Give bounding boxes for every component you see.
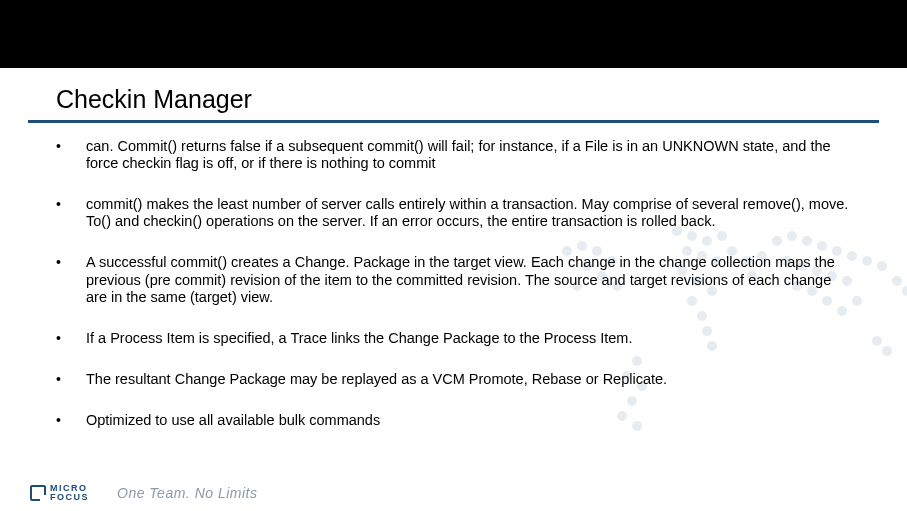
tagline: One Team. No Limits [117,485,257,501]
svg-point-30 [877,261,887,271]
logo: MICRO FOCUS [30,484,89,502]
title-rule [28,120,879,123]
logo-text-block: MICRO FOCUS [50,484,89,502]
bullet-text: A successful commit() creates a Change. … [86,254,835,304]
svg-point-53 [902,286,907,296]
logo-line-2: FOCUS [50,493,89,502]
list-item: commit() makes the least number of serve… [56,196,856,230]
top-band [0,0,907,68]
list-item: A successful commit() creates a Change. … [56,254,856,305]
bullet-list: can. Commit() returns false if a subsequ… [56,138,856,453]
list-item: can. Commit() returns false if a subsequ… [56,138,856,172]
svg-point-41 [872,336,882,346]
bullet-text: can. Commit() returns false if a subsequ… [86,138,831,171]
page-title: Checkin Manager [56,85,252,114]
bullet-text: Optimized to use all available bulk comm… [86,412,380,428]
bullet-text: If a Process Item is specified, a Trace … [86,330,632,346]
svg-point-29 [862,256,872,266]
svg-point-42 [882,346,892,356]
bullet-text: commit() makes the least number of serve… [86,196,848,229]
list-item: If a Process Item is specified, a Trace … [56,330,856,347]
footer: MICRO FOCUS One Team. No Limits [0,475,907,511]
list-item: Optimized to use all available bulk comm… [56,412,856,429]
list-item: The resultant Change Package may be repl… [56,371,856,388]
bullet-text: The resultant Change Package may be repl… [86,371,667,387]
logo-square-icon [30,485,46,501]
svg-point-52 [892,276,902,286]
